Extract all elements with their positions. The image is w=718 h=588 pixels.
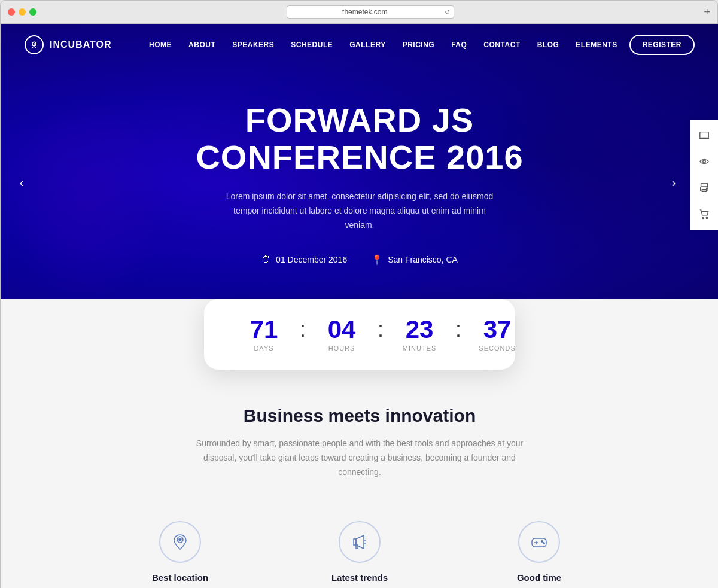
- gamepad-icon: [530, 533, 548, 551]
- nav-about[interactable]: ABOUT: [188, 41, 215, 49]
- refresh-icon[interactable]: ↺: [445, 8, 450, 16]
- pin-icon: 📍: [371, 254, 383, 266]
- side-nav-cart[interactable]: [695, 205, 714, 224]
- page-content: INCUBATOR HOME ABOUT SPEAKERS SCHEDULE G…: [1, 24, 718, 588]
- sep-3: :: [455, 319, 461, 350]
- goodtime-icon-circle: [518, 521, 560, 563]
- nav-home[interactable]: HOME: [149, 41, 172, 49]
- hero-title-line2: CONFERENCE 2016: [196, 138, 523, 176]
- feature-good-time: Good time: [473, 521, 605, 583]
- feature-latest-trends: Latest trends: [294, 521, 425, 583]
- svg-point-9: [706, 217, 708, 219]
- side-nav-print[interactable]: [695, 178, 714, 197]
- innovation-title: Business meets innovation: [25, 406, 695, 426]
- minimize-button[interactable]: [19, 8, 26, 16]
- nav-gallery[interactable]: GALLERY: [349, 41, 385, 49]
- svg-point-17: [541, 541, 543, 542]
- days-value: 71: [240, 317, 288, 342]
- svg-point-7: [707, 188, 708, 189]
- carousel-prev-button[interactable]: ‹: [13, 173, 31, 191]
- seconds-label: SECONDS: [473, 345, 521, 352]
- carousel-next-button[interactable]: ›: [665, 173, 683, 191]
- logo-icon: [25, 35, 44, 54]
- feature-location-label: Best location: [114, 572, 246, 583]
- hours-value: 04: [318, 317, 366, 342]
- hero-content: FORWARD JS CONFERENCE 2016 Lorem ipsum d…: [1, 66, 718, 266]
- seconds-value: 37: [473, 317, 521, 342]
- window-controls: [8, 8, 36, 16]
- sep-1: :: [300, 319, 306, 350]
- hero-meta: ⏱ 01 December 2016 📍 San Francisco, CA: [1, 254, 718, 266]
- countdown-days: 71 DAYS: [240, 317, 288, 352]
- url-field[interactable]: themetek.com ↺: [287, 5, 454, 19]
- url-text: themetek.com: [342, 8, 387, 16]
- countdown-minutes: 23 MINUTES: [395, 317, 443, 352]
- hero-location-item: 📍 San Francisco, CA: [371, 254, 458, 266]
- hours-label: HOURS: [318, 345, 366, 352]
- register-button[interactable]: REGISTER: [629, 35, 695, 55]
- minutes-value: 23: [395, 317, 443, 342]
- countdown-section: 71 DAYS : 04 HOURS : 23 MINUTES :: [1, 299, 718, 370]
- nav-contact[interactable]: CONTACT: [483, 41, 520, 49]
- megaphone-icon: [351, 533, 369, 551]
- nav-pricing[interactable]: PRICING: [403, 41, 435, 49]
- countdown-hours: 04 HOURS: [318, 317, 366, 352]
- side-nav-laptop[interactable]: [695, 126, 714, 145]
- svg-rect-2: [700, 132, 708, 138]
- features-row: Best location Latest trends: [1, 503, 718, 588]
- nav-blog[interactable]: BLOG: [537, 41, 559, 49]
- browser-titlebar: themetek.com ↺ +: [1, 1, 717, 24]
- close-button[interactable]: [8, 8, 15, 16]
- side-nav: [690, 120, 718, 230]
- main-section: 71 DAYS : 04 HOURS : 23 MINUTES :: [1, 299, 718, 588]
- address-bar[interactable]: themetek.com ↺: [72, 5, 668, 19]
- logo-svg: [29, 40, 39, 50]
- logo[interactable]: INCUBATOR: [25, 35, 112, 54]
- svg-point-11: [179, 538, 181, 541]
- feature-best-location: Best location: [114, 521, 246, 583]
- nav-schedule[interactable]: SCHEDULE: [291, 41, 333, 49]
- nav-speakers[interactable]: SPEAKERS: [232, 41, 274, 49]
- hero-date: 01 December 2016: [276, 255, 347, 264]
- hero-title: FORWARD JS CONFERENCE 2016: [1, 102, 718, 175]
- countdown-box: 71 DAYS : 04 HOURS : 23 MINUTES :: [204, 299, 515, 370]
- hero-subtitle: Lorem ipsum dolor sit amet, consectetur …: [222, 190, 497, 232]
- logo-text: INCUBATOR: [50, 39, 112, 50]
- nav-elements[interactable]: ELEMENTS: [576, 41, 617, 49]
- hero-date-item: ⏱ 01 December 2016: [261, 254, 347, 265]
- nav-links: HOME ABOUT SPEAKERS SCHEDULE GALLERY PRI…: [149, 41, 617, 49]
- svg-point-1: [34, 43, 35, 44]
- browser-window: themetek.com ↺ +: [0, 0, 718, 588]
- clock-icon: ⏱: [261, 254, 271, 265]
- side-nav-eye[interactable]: [695, 152, 714, 171]
- countdown-seconds: 37 SECONDS: [473, 317, 521, 352]
- location-icon-circle: [159, 521, 201, 563]
- days-label: DAYS: [240, 345, 288, 352]
- nav-faq[interactable]: FAQ: [451, 41, 467, 49]
- feature-trends-label: Latest trends: [294, 572, 425, 583]
- hero-section: INCUBATOR HOME ABOUT SPEAKERS SCHEDULE G…: [1, 24, 718, 347]
- new-tab-button[interactable]: +: [704, 6, 710, 19]
- navbar: INCUBATOR HOME ABOUT SPEAKERS SCHEDULE G…: [1, 24, 718, 66]
- hero-location: San Francisco, CA: [388, 255, 458, 264]
- hero-title-line1: FORWARD JS: [245, 101, 474, 139]
- location-icon: [171, 533, 189, 551]
- svg-rect-4: [701, 184, 708, 187]
- svg-rect-6: [702, 190, 706, 192]
- innovation-section: Business meets innovation Surrounded by …: [1, 370, 718, 503]
- innovation-text: Surrounded by smart, passionate people a…: [192, 437, 527, 479]
- svg-point-8: [702, 217, 704, 219]
- feature-goodtime-label: Good time: [473, 572, 605, 583]
- sep-2: :: [378, 319, 384, 350]
- svg-point-3: [703, 160, 706, 163]
- minutes-label: MINUTES: [395, 345, 443, 352]
- trends-icon-circle: [339, 521, 381, 563]
- maximize-button[interactable]: [29, 8, 36, 16]
- svg-point-18: [543, 543, 544, 544]
